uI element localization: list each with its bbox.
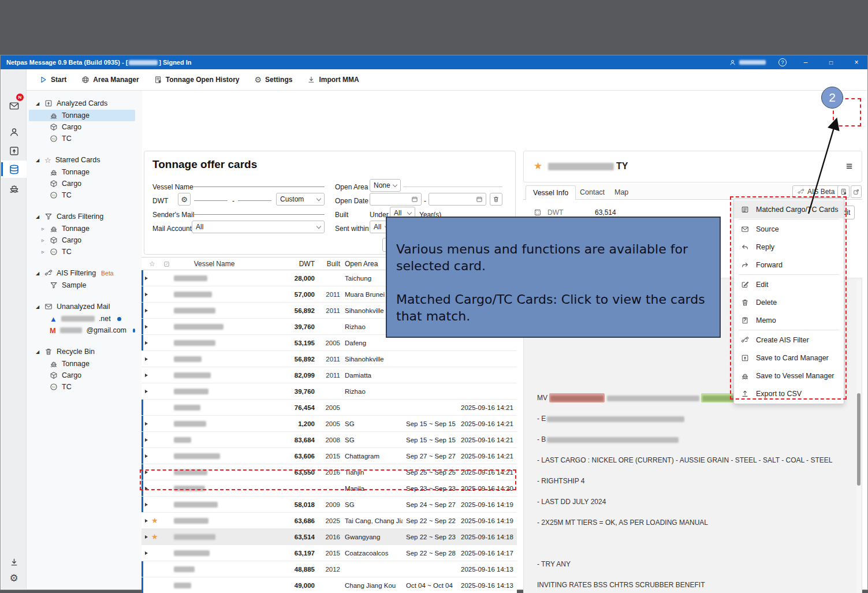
tab-map[interactable]: Map <box>608 185 635 200</box>
dwt-max-input[interactable] <box>238 191 271 201</box>
clear-dates-button[interactable] <box>490 193 502 206</box>
tree-item-tonnage[interactable]: Tonnage <box>29 166 135 178</box>
expand-arrow-icon[interactable] <box>145 551 148 555</box>
expand-arrow-icon[interactable] <box>145 535 148 539</box>
tree-item-tc[interactable]: ▹TCTC <box>29 246 135 258</box>
tree-group-recycle-bin[interactable]: ◢Recycle Bin <box>29 346 140 357</box>
tree-group-ais-filtering[interactable]: ◢AIS FilteringBeta <box>29 267 140 279</box>
open-area-select[interactable]: None <box>370 179 401 192</box>
tree-item-tc[interactable]: TCTC <box>29 381 135 393</box>
expand-arrow-icon[interactable] <box>145 519 148 523</box>
table-row[interactable]: 49,000Chang Jiang KouOct 04 ~ Oct 042025… <box>141 577 517 593</box>
menu-item-matched-cargo-tc-cards[interactable]: Matched Cargo/TC Cards <box>734 200 844 218</box>
tree-item-tc[interactable]: TCTC <box>29 189 135 201</box>
collapsed-arrow-icon[interactable]: ▹ <box>42 249 46 255</box>
toolbar-area-manager[interactable]: Area Manager <box>81 76 139 84</box>
expand-arrow-icon[interactable] <box>145 277 148 280</box>
menu-item-export-to-csv[interactable]: Export to CSV <box>734 385 844 402</box>
dwt-min-input[interactable] <box>194 191 228 201</box>
rail-settings-button[interactable]: ⚙ <box>1 569 27 587</box>
expander-icon[interactable]: ◢ <box>36 271 40 276</box>
expand-arrow-icon[interactable] <box>145 422 148 426</box>
close-button[interactable]: × <box>850 58 863 66</box>
expand-arrow-icon[interactable] <box>145 309 148 312</box>
table-row[interactable]: 76,45420052025-09-16 14:21 <box>141 400 517 416</box>
vessel-name-header[interactable]: Vessel Name <box>174 258 255 270</box>
table-row[interactable]: ★63,6862025Tai Cang, Chang Jia...Sep 22 … <box>141 513 517 529</box>
expand-arrow-icon[interactable] <box>145 471 148 474</box>
menu-item-reply[interactable]: Reply <box>734 238 844 256</box>
star-icon[interactable]: ★ <box>151 513 158 529</box>
open-date-to-input[interactable] <box>429 193 486 206</box>
menu-item-forward[interactable]: Forward <box>734 256 844 274</box>
menu-item-source[interactable]: Source <box>734 220 844 238</box>
tree-item-cargo[interactable]: ▹Cargo <box>29 234 135 246</box>
toolbar-start[interactable]: Start <box>39 76 66 84</box>
maximize-button[interactable]: □ <box>825 59 837 66</box>
expand-arrow-icon[interactable] <box>145 454 148 458</box>
collapsed-arrow-icon[interactable]: ▹ <box>42 237 46 243</box>
menu-item-save-to-vessel-manager[interactable]: Save to Vessel Manager <box>734 367 844 385</box>
tree-item-cargo[interactable]: Cargo <box>29 121 135 133</box>
tree-item-mail-account-1[interactable]: M@gmail.com <box>29 325 135 336</box>
tree-group-starred-cards[interactable]: ◢☆Starred Cards <box>29 154 140 166</box>
table-row[interactable]: 63,5502016TianjinSep 25 ~ Sep 252025-09-… <box>141 464 517 480</box>
menu-item-save-to-card-manager[interactable]: Save to Card Manager <box>734 349 844 367</box>
table-row[interactable]: 63,1972015CoatzacoalcosSep 22 ~ Sep 2820… <box>141 545 517 561</box>
menu-item-memo[interactable]: Memo <box>734 311 844 329</box>
signed-in-user[interactable] <box>729 59 766 66</box>
tree-item-cargo[interactable]: Cargo <box>29 370 135 381</box>
expand-arrow-icon[interactable] <box>145 293 148 296</box>
table-row[interactable]: 58,0182009SGSep 24 ~ Sep 272025-09-16 14… <box>141 497 517 513</box>
expand-arrow-icon[interactable] <box>145 438 148 442</box>
open-history-button[interactable] <box>837 185 850 198</box>
tab-contact[interactable]: Contact <box>573 185 612 200</box>
expander-icon[interactable]: ◢ <box>36 349 40 355</box>
expand-arrow-icon[interactable] <box>145 390 148 393</box>
expander-icon[interactable]: ◢ <box>36 101 40 106</box>
tree-item-sample[interactable]: Sample <box>29 279 135 291</box>
table-row[interactable]: 63,6062015ChattagramSep 27 ~ Sep 272025-… <box>141 448 517 464</box>
dwt-mode-select[interactable]: Custom <box>276 193 325 206</box>
toolbar-import-mma[interactable]: Import MMA <box>307 76 359 84</box>
rail-mail-button[interactable]: N <box>1 97 27 114</box>
rail-card-manager-button[interactable] <box>1 161 27 178</box>
tree-item-tonnage[interactable]: Tonnage <box>29 110 135 121</box>
ais-beta-button[interactable]: AIS Beta <box>792 185 840 198</box>
menu-item-edit[interactable]: Edit <box>734 275 844 293</box>
expand-arrow-icon[interactable] <box>145 357 148 361</box>
tree-item-tonnage[interactable]: ▹Tonnage <box>29 223 135 234</box>
table-row-selected[interactable]: ★63,5142016GwangyangSep 22 ~ Sep 232025-… <box>141 529 517 545</box>
expand-arrow-icon[interactable] <box>145 487 148 490</box>
minimize-button[interactable]: – <box>799 58 812 66</box>
expander-icon[interactable]: ◢ <box>36 158 40 163</box>
memo-column-header[interactable] <box>163 258 175 270</box>
table-row[interactable]: ManilaSep 23 ~ Sep 232025-09-16 14:20 <box>141 480 517 497</box>
star-column-header[interactable]: ☆ <box>149 258 161 270</box>
toolbar-settings[interactable]: ⚙Settings <box>255 75 293 84</box>
tree-group-cards-filtering[interactable]: ◢Cards Filtering <box>29 211 140 222</box>
expand-arrow-icon[interactable] <box>145 325 148 329</box>
senders-mail-input[interactable] <box>192 204 325 215</box>
expand-arrow-icon[interactable] <box>145 374 148 377</box>
collapsed-arrow-icon[interactable]: ▹ <box>42 226 46 232</box>
built-header[interactable]: Built <box>318 258 340 270</box>
tree-group-analyzed-cards[interactable]: ◢Analyzed Cards <box>29 98 140 109</box>
rail-download-button[interactable] <box>1 553 27 570</box>
vessel-name-input[interactable] <box>192 177 325 187</box>
table-row[interactable]: 1,2002005SGSep 15 ~ Sep 152025-09-16 14:… <box>141 416 517 432</box>
tree-item-cargo[interactable]: Cargo <box>29 178 135 189</box>
tree-group-unanalyzed-mail[interactable]: ◢Unanalyzed Mail <box>29 301 140 312</box>
menu-item-create-ais-filter[interactable]: Create AIS Filter <box>734 331 844 349</box>
table-row[interactable]: 48,88520122025-09-16 14:13 <box>141 561 517 577</box>
table-row[interactable]: 56,8922011Sihanohkville <box>141 351 517 367</box>
detail-scrollbar-thumb[interactable] <box>857 393 860 486</box>
expander-icon[interactable]: ◢ <box>36 214 40 219</box>
tree-item-tc[interactable]: TCTC <box>29 133 135 144</box>
rail-contacts-button[interactable] <box>1 124 27 141</box>
help-icon[interactable]: ? <box>778 58 787 66</box>
star-icon[interactable]: ★ <box>151 529 158 545</box>
tab-vessel-info[interactable]: Vessel Info <box>526 185 576 200</box>
expand-arrow-icon[interactable] <box>145 341 148 345</box>
table-row[interactable]: 39,760Rizhao <box>141 383 517 400</box>
